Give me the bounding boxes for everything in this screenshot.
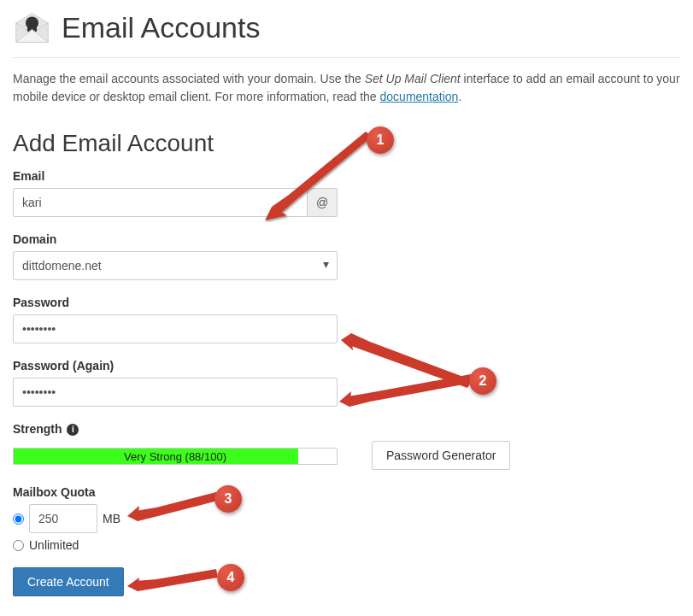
- password-label: Password: [13, 296, 680, 309]
- intro-prefix: Manage the email accounts associated wit…: [13, 72, 365, 85]
- strength-row: Very Strong (88/100) Password Generator: [13, 441, 680, 470]
- email-input-group: @: [13, 188, 338, 217]
- password-group: Password: [13, 296, 680, 343]
- info-icon[interactable]: i: [67, 424, 79, 436]
- email-group: Email @: [13, 169, 680, 217]
- quota-unlimited-label: Unlimited: [29, 538, 79, 552]
- envelope-icon: [13, 9, 51, 47]
- domain-select[interactable]: dittdomene.net: [13, 251, 338, 280]
- page-title: Email Accounts: [62, 11, 260, 44]
- password-again-label: Password (Again): [13, 359, 680, 373]
- password-input[interactable]: [13, 314, 338, 343]
- quota-label: Mailbox Quota: [13, 485, 680, 499]
- page-header: Email Accounts: [13, 9, 680, 47]
- strength-label: Strength i: [13, 422, 680, 436]
- quota-unlimited-row: Unlimited: [13, 538, 680, 552]
- strength-label-text: Strength: [13, 422, 62, 436]
- domain-label: Domain: [13, 232, 680, 246]
- intro-em: Set Up Mail Client: [365, 72, 461, 85]
- strength-bar: Very Strong (88/100): [13, 448, 338, 465]
- email-label: Email: [13, 169, 680, 183]
- password-again-group: Password (Again): [13, 359, 680, 407]
- strength-text: Very Strong (88/100): [14, 449, 337, 466]
- password-generator-button[interactable]: Password Generator: [372, 441, 510, 470]
- quota-fixed-radio[interactable]: [13, 513, 24, 525]
- domain-select-wrap: dittdomene.net: [13, 251, 338, 280]
- intro-suffix: .: [458, 90, 461, 103]
- documentation-link[interactable]: documentation: [380, 90, 459, 103]
- divider: [13, 57, 680, 58]
- create-account-button[interactable]: Create Account: [13, 567, 124, 596]
- quota-input[interactable]: [29, 504, 97, 533]
- intro-text: Manage the email accounts associated wit…: [13, 70, 680, 106]
- strength-group: Strength i Very Strong (88/100) Password…: [13, 422, 680, 470]
- at-addon: @: [308, 188, 338, 217]
- submit-group: Create Account: [13, 567, 680, 596]
- quota-unlimited-radio[interactable]: [13, 540, 24, 551]
- quota-fixed-row: MB: [13, 504, 680, 533]
- domain-group: Domain dittdomene.net: [13, 232, 680, 280]
- section-title: Add Email Account: [13, 130, 680, 157]
- quota-unit: MB: [103, 512, 120, 525]
- password-again-input[interactable]: [13, 378, 338, 407]
- quota-group: Mailbox Quota MB Unlimited: [13, 485, 680, 552]
- email-input[interactable]: [13, 188, 308, 217]
